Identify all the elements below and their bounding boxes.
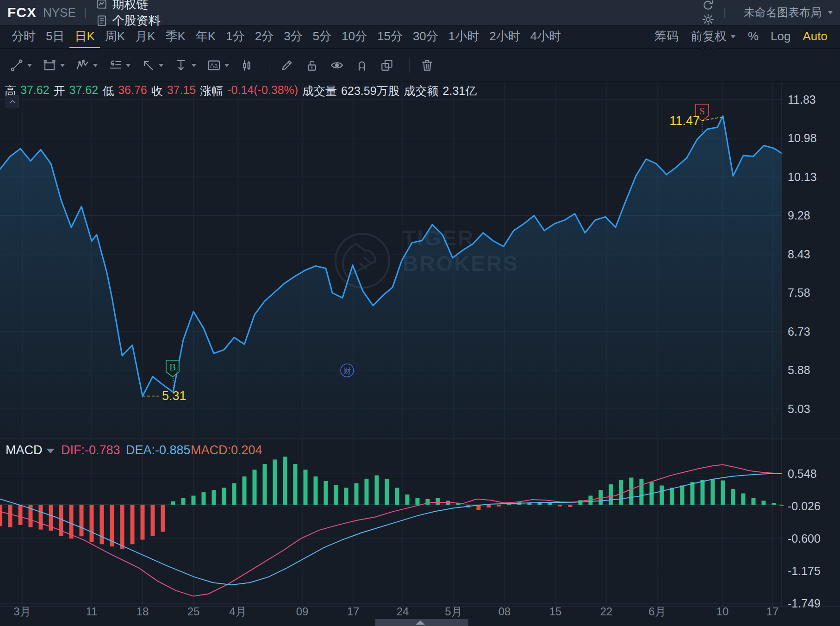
timeframe-item-1分[interactable]: 1分 <box>221 26 249 48</box>
chart-option-前复权[interactable]: 前复权 <box>684 26 742 48</box>
timeframe-item-年K[interactable]: 年K <box>191 26 221 48</box>
caret-down-icon <box>224 64 229 67</box>
info-value: -0.14(-0.38%) <box>227 83 298 99</box>
macd-axis-label: -0.600 <box>788 532 821 545</box>
trend-line-tool-button[interactable] <box>6 55 35 75</box>
x-axis-label: 25 <box>187 605 200 618</box>
caret-down-icon <box>126 64 131 67</box>
macd-dea-line <box>0 474 782 585</box>
timeframe-items: 分时5日日K周K月K季K年K1分2分3分5分10分15分30分1小时2小时4小时 <box>6 26 566 48</box>
info-label: 收 <box>151 83 163 99</box>
timeframe-item-分时[interactable]: 分时 <box>6 26 41 48</box>
settings-gear-button[interactable] <box>701 13 715 26</box>
unlock-tool-button[interactable] <box>302 55 322 75</box>
timeframe-item-30分[interactable]: 30分 <box>408 26 443 48</box>
macd-dif-line <box>0 464 782 596</box>
timeframe-item-2分[interactable]: 2分 <box>250 26 279 48</box>
info-value: 37.15 <box>167 83 196 99</box>
chart-layout-selector[interactable]: 未命名图表布局 <box>744 5 833 20</box>
brush-tool-button[interactable] <box>277 55 297 75</box>
caret-down-icon <box>93 64 98 67</box>
x-axis-label: 22 <box>600 605 613 618</box>
timeframe-item-3分[interactable]: 3分 <box>279 26 307 48</box>
timeframe-item-月K[interactable]: 月K <box>130 26 160 48</box>
timeframe-item-15分[interactable]: 15分 <box>372 26 408 48</box>
svg-text:11.47: 11.47 <box>669 114 700 128</box>
timeframe-item-2小时[interactable]: 2小时 <box>484 26 525 48</box>
svg-text:DIF:-0.783: DIF:-0.783 <box>61 443 120 457</box>
price-axis-label: 9.28 <box>788 209 810 222</box>
timeframe-item-5日[interactable]: 5日 <box>41 26 69 48</box>
collapse-chart-button[interactable] <box>6 95 19 108</box>
shape-tool-icon <box>42 58 57 73</box>
refresh-icon <box>701 0 715 13</box>
nav-options-chain[interactable]: 期权链 <box>95 0 149 13</box>
price-axis-label: 11.83 <box>788 93 816 106</box>
timeframe-item-4小时[interactable]: 4小时 <box>525 26 566 48</box>
macd-axis-label: -1.749 <box>788 597 821 610</box>
x-axis-label: 6月 <box>648 605 666 618</box>
x-axis-label: 24 <box>397 605 409 618</box>
caret-down-icon <box>60 64 65 67</box>
indicator-tool-tool-button[interactable] <box>236 55 257 75</box>
info-value: 37.62 <box>69 83 99 99</box>
svg-text:DEA:-0.885: DEA:-0.885 <box>126 443 191 457</box>
info-label: 开 <box>54 83 65 99</box>
arrow-tool-tool-button[interactable] <box>138 55 166 75</box>
gann-tool-tool-button[interactable] <box>105 55 133 75</box>
text-tool-tool-button[interactable]: Aa <box>204 55 232 75</box>
option-label: Log <box>771 29 790 44</box>
caret-down-icon <box>192 64 196 67</box>
drawing-toolbar: Aa <box>0 49 840 82</box>
divider: | <box>84 6 87 19</box>
caret-down-icon <box>46 449 55 453</box>
wave-pattern-icon <box>75 58 90 73</box>
gann-tool-icon <box>108 58 123 73</box>
chart-option-Auto[interactable]: Auto <box>797 26 834 48</box>
timeframe-item-周K[interactable]: 周K <box>100 26 130 48</box>
refresh-button[interactable] <box>701 0 715 13</box>
price-axis-label: 5.03 <box>788 402 810 415</box>
timeframe-item-日K[interactable]: 日K <box>69 26 100 48</box>
info-label: 涨幅 <box>200 83 223 99</box>
x-axis-label: 11 <box>86 605 98 618</box>
x-axis-label: 17 <box>347 605 360 618</box>
nav-label: 期权链 <box>112 0 149 13</box>
wave-pattern-tool-button[interactable] <box>72 55 100 75</box>
info-value: 37.62 <box>20 83 50 99</box>
clone-tool-button[interactable] <box>377 55 397 75</box>
svg-text:MACD: MACD <box>6 443 43 457</box>
shape-tool-tool-button[interactable] <box>39 55 68 75</box>
timeframe-item-季K[interactable]: 季K <box>161 26 191 48</box>
finance-news-badge[interactable]: 财 <box>341 364 354 377</box>
chart-canvas[interactable]: TIGERBROKERS11.8310.9810.139.288.437.586… <box>0 82 840 626</box>
timeframe-item-10分[interactable]: 10分 <box>336 26 372 48</box>
settings-gear-icon <box>701 13 715 26</box>
chart-option-%[interactable]: % <box>742 26 765 48</box>
trash-tool-button[interactable] <box>417 55 437 75</box>
arrow-tool-icon <box>141 58 156 73</box>
text-tool-icon: Aa <box>206 58 221 73</box>
magnet-tool-button[interactable] <box>352 55 372 75</box>
eye-tool-button[interactable] <box>327 55 347 75</box>
x-axis-label: 3月 <box>13 605 31 618</box>
svg-text:MACD:0.204: MACD:0.204 <box>191 443 262 457</box>
caret-down-icon <box>27 64 32 67</box>
stock-profile-icon <box>95 14 108 27</box>
x-axis-label: 5月 <box>445 605 462 618</box>
measure-tool-tool-button[interactable] <box>171 55 199 75</box>
macd-axis-label: 0.548 <box>788 467 817 480</box>
svg-text:S: S <box>699 106 705 117</box>
timeframe-right-options: 筹码前复权%LogAuto <box>648 26 834 48</box>
chart-option-Log[interactable]: Log <box>765 26 796 48</box>
timeframe-item-5分[interactable]: 5分 <box>308 26 336 48</box>
top-bar: FCX NYSE | 期权链个股资料 | 未命名图表布局 <box>0 0 840 25</box>
ohlc-info-bar: 高37.62开37.62低36.76收37.15涨幅-0.14(-0.38%)成… <box>5 83 477 99</box>
chart-option-筹码[interactable]: 筹码 <box>648 26 684 48</box>
price-axis-label: 7.58 <box>788 286 810 299</box>
bottom-scrollbar[interactable] <box>375 619 468 626</box>
clone-icon <box>380 58 394 73</box>
options-chain-icon <box>95 0 108 11</box>
trash-icon <box>420 58 435 73</box>
timeframe-item-1小时[interactable]: 1小时 <box>443 26 484 48</box>
